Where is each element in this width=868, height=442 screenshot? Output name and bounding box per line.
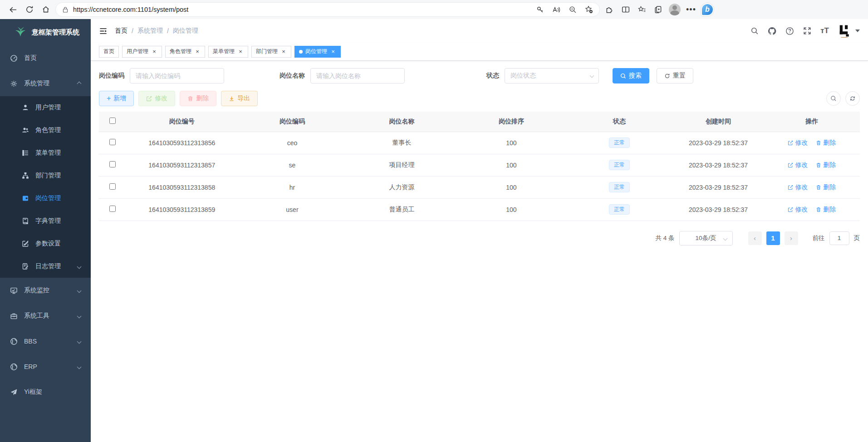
row-delete-button[interactable]: 删除 — [816, 183, 836, 192]
favorites-bar-icon[interactable] — [635, 3, 649, 16]
prev-page-button[interactable]: ‹ — [748, 231, 762, 245]
post-name-input[interactable] — [310, 68, 405, 83]
sidebar-item-post-mgmt[interactable]: 岗位管理 — [0, 187, 91, 210]
sidebar-item-system-mgmt[interactable]: 系统管理 — [0, 71, 91, 96]
address-bar[interactable]: https://ccnetcore.com:1101/system/post — [55, 2, 600, 17]
sidebar-item-log-mgmt[interactable]: 日志管理 — [0, 255, 91, 278]
sidebar-item-dict-mgmt[interactable]: 字典管理 — [0, 210, 91, 232]
table-toolbar: +新增 修改 删除 导出 — [99, 91, 860, 106]
cell-post-code: user — [237, 198, 347, 221]
read-aloud-icon[interactable] — [550, 4, 562, 15]
sidebar-item-system-monitor[interactable]: 系统监控 — [0, 278, 91, 303]
row-checkbox[interactable] — [109, 161, 116, 167]
row-edit-button[interactable]: 修改 — [788, 139, 808, 147]
close-icon[interactable]: × — [237, 49, 244, 55]
breadcrumb-separator: / — [132, 27, 133, 34]
col-post-code: 岗位编码 — [237, 112, 347, 132]
select-all-checkbox[interactable] — [109, 118, 116, 124]
favorite-add-icon[interactable] — [583, 4, 595, 15]
page-1-button[interactable]: 1 — [766, 231, 780, 245]
sidebar-item-user-mgmt[interactable]: 用户管理 — [0, 96, 91, 119]
tab-user-mgmt[interactable]: 用户管理× — [122, 46, 162, 58]
tab-menu-mgmt[interactable]: 菜单管理× — [208, 46, 248, 58]
row-checkbox[interactable] — [109, 206, 116, 212]
chevron-down-icon — [77, 364, 82, 369]
cell-created: 2023-03-29 18:52:37 — [672, 198, 764, 221]
close-icon[interactable]: × — [194, 49, 201, 55]
edit-button[interactable]: 修改 — [138, 91, 175, 106]
tab-role-mgmt[interactable]: 角色管理× — [165, 46, 205, 58]
sidebar-item-erp[interactable]: ERP — [0, 354, 91, 379]
next-page-button[interactable]: › — [785, 231, 798, 245]
sidebar-item-menu-mgmt[interactable]: 菜单管理 — [0, 142, 91, 164]
github-icon[interactable] — [768, 27, 776, 35]
add-button[interactable]: +新增 — [99, 91, 134, 106]
font-size-icon[interactable]: тT — [820, 26, 829, 35]
menu-fold-icon[interactable] — [99, 27, 108, 35]
status-badge: 正常 — [609, 160, 630, 171]
row-edit-button[interactable]: 修改 — [788, 206, 808, 214]
row-checkbox[interactable] — [109, 183, 116, 190]
zoom-out-icon[interactable] — [567, 4, 579, 15]
status-select-placeholder: 岗位状态 — [505, 68, 599, 83]
back-icon[interactable] — [6, 3, 20, 16]
password-key-icon[interactable] — [534, 4, 546, 15]
toggle-search-button[interactable] — [826, 91, 841, 106]
collections-add-icon[interactable] — [652, 3, 665, 16]
chevron-down-icon — [723, 236, 727, 241]
goto-page-input[interactable] — [829, 231, 849, 245]
tab-home[interactable]: 首页 — [99, 46, 119, 58]
row-delete-button[interactable]: 删除 — [816, 206, 836, 214]
sidebar-item-param-settings[interactable]: 参数设置 — [0, 232, 91, 255]
header-search-icon[interactable] — [750, 27, 759, 35]
sidebar-item-label: 菜单管理 — [35, 149, 61, 157]
fullscreen-icon[interactable] — [803, 27, 811, 35]
export-button[interactable]: 导出 — [221, 91, 258, 106]
system-mgmt-submenu: 用户管理 角色管理 菜单管理 部门管理 — [0, 96, 91, 278]
home-icon[interactable] — [39, 3, 53, 16]
browser-menu-icon[interactable]: ••• — [684, 3, 698, 16]
browser-profile-avatar[interactable] — [668, 3, 682, 16]
cell-post-name: 董事长 — [347, 132, 456, 154]
search-icon — [620, 73, 626, 79]
tab-dept-mgmt[interactable]: 部门管理× — [251, 46, 291, 58]
refresh-table-button[interactable] — [845, 91, 860, 106]
copilot-icon[interactable]: b — [701, 3, 714, 16]
refresh-icon[interactable] — [23, 3, 36, 16]
close-icon[interactable]: × — [151, 49, 157, 55]
sidebar-item-bbs[interactable]: BBS — [0, 329, 91, 354]
page-size-select[interactable]: 10条/页 — [679, 231, 733, 246]
row-checkbox[interactable] — [109, 139, 116, 145]
split-screen-icon[interactable] — [619, 3, 633, 16]
chevron-down-icon — [77, 314, 82, 318]
sidebar-item-role-mgmt[interactable]: 角色管理 — [0, 119, 91, 142]
close-icon[interactable]: × — [330, 49, 336, 55]
row-edit-button[interactable]: 修改 — [788, 183, 808, 192]
monitor-icon — [10, 287, 18, 295]
sidebar-item-label: ERP — [24, 363, 37, 370]
reset-button[interactable]: 重置 — [657, 68, 693, 83]
status-select[interactable]: 岗位状态 — [505, 68, 599, 83]
row-delete-button[interactable]: 删除 — [816, 139, 836, 147]
cell-post-id: 1641030593112313856 — [126, 132, 237, 154]
url-text[interactable]: https://ccnetcore.com:1101/system/post — [73, 6, 530, 13]
edit-icon — [788, 185, 793, 190]
help-icon[interactable] — [785, 27, 794, 35]
sidebar-item-system-tools[interactable]: 系统工具 — [0, 303, 91, 329]
row-delete-button[interactable]: 删除 — [816, 161, 836, 169]
user-avatar-menu[interactable] — [838, 24, 860, 38]
app-title: 意框架管理系统 — [32, 28, 79, 37]
post-code-input[interactable] — [130, 68, 224, 83]
sidebar-item-yi-framework[interactable]: Yi框架 — [0, 379, 91, 405]
extensions-icon[interactable] — [603, 3, 616, 16]
sidebar-item-home[interactable]: 首页 — [0, 45, 91, 71]
tab-post-mgmt[interactable]: 岗位管理× — [294, 46, 341, 58]
close-icon[interactable]: × — [280, 49, 287, 55]
lock-icon[interactable] — [62, 6, 69, 13]
sidebar-item-dept-mgmt[interactable]: 部门管理 — [0, 164, 91, 187]
breadcrumb-home[interactable]: 首页 — [115, 27, 128, 35]
search-button[interactable]: 搜索 — [613, 68, 649, 83]
cell-created: 2023-03-29 18:52:37 — [672, 154, 764, 176]
row-edit-button[interactable]: 修改 — [788, 161, 808, 169]
delete-button[interactable]: 删除 — [180, 91, 216, 106]
